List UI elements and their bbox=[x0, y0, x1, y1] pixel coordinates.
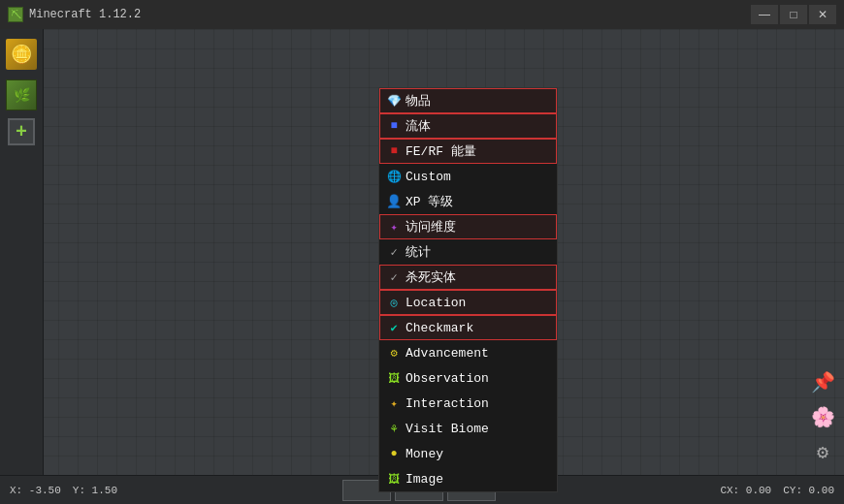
item-label-shati: 杀死实体 bbox=[406, 268, 456, 286]
item-label-advancement: Advancement bbox=[406, 346, 489, 361]
item-icon-money: ● bbox=[386, 446, 402, 461]
menu-item-interaction[interactable]: ✦ Interaction bbox=[379, 391, 557, 416]
item-icon-fangwen: ✦ bbox=[386, 219, 402, 235]
cx-coord: CX: 0.00 bbox=[720, 485, 771, 496]
item-label-observation: Observation bbox=[406, 371, 489, 386]
grass-icon: 🌿 bbox=[6, 79, 37, 110]
flower-icon[interactable]: 🌸 bbox=[809, 403, 836, 430]
window-title: Minecraft 1.12.2 bbox=[29, 8, 141, 21]
item-icon-custom: 🌐 bbox=[386, 169, 402, 184]
game-area: 🪙 🌿 + 💎 物品 ■ 流体 ■ FE/RF 能量 🌐 Custom 👤 XP… bbox=[0, 29, 844, 504]
item-icon-advancement: ⚙ bbox=[386, 345, 402, 361]
coords-left: X: -3.50 Y: 1.50 bbox=[10, 485, 117, 496]
item-label-xp: XP 等级 bbox=[406, 193, 453, 210]
minimize-button[interactable]: — bbox=[751, 5, 778, 24]
menu-item-tongji[interactable]: ✓ 统计 bbox=[379, 239, 557, 265]
item-label-fangwen: 访问维度 bbox=[406, 218, 456, 236]
left-sidebar: 🪙 🌿 + bbox=[0, 29, 44, 504]
coords-right: CX: 0.00 CY: 0.00 bbox=[720, 485, 834, 496]
item-label-liuti: 流体 bbox=[406, 117, 431, 135]
pin-icon[interactable]: 📌 bbox=[809, 368, 836, 395]
menu-item-observation[interactable]: 🖼 Observation bbox=[379, 365, 557, 391]
cy-coord: CY: 0.00 bbox=[783, 485, 834, 496]
item-icon-liuti: ■ bbox=[386, 118, 402, 134]
add-button[interactable]: + bbox=[8, 118, 35, 145]
close-button[interactable]: ✕ bbox=[809, 5, 836, 24]
item-label-tongji: 统计 bbox=[406, 243, 431, 261]
title-bar-left: ⛏ Minecraft 1.12.2 bbox=[8, 7, 141, 22]
gear-icon[interactable]: ⚙ bbox=[809, 438, 836, 465]
item-icon-visitbiome: ⚘ bbox=[386, 421, 402, 436]
item-icon-tongji: ✓ bbox=[386, 244, 402, 260]
menu-item-custom[interactable]: 🌐 Custom bbox=[379, 164, 557, 189]
menu-item-image[interactable]: 🖼 Image bbox=[379, 466, 557, 491]
dropdown-menu: 💎 物品 ■ 流体 ■ FE/RF 能量 🌐 Custom 👤 XP 等级 ✦ … bbox=[378, 87, 558, 492]
menu-item-checkmark[interactable]: ✔ Checkmark bbox=[379, 315, 557, 340]
menu-item-location[interactable]: ◎ Location bbox=[379, 290, 557, 315]
right-icons: 📌 🌸 ⚙ bbox=[809, 368, 836, 465]
menu-item-xp[interactable]: 👤 XP 等级 bbox=[379, 189, 557, 214]
menu-item-fangwen[interactable]: ✦ 访问维度 bbox=[379, 214, 557, 239]
item-icon-observation: 🖼 bbox=[386, 370, 402, 386]
item-icon-location: ◎ bbox=[386, 295, 402, 310]
green-icon-button[interactable]: 🌿 bbox=[4, 78, 39, 112]
item-label-interaction: Interaction bbox=[406, 396, 489, 411]
item-icon-image: 🖼 bbox=[386, 471, 402, 487]
menu-item-shati[interactable]: ✓ 杀死实体 bbox=[379, 265, 557, 290]
item-label-checkmark: Checkmark bbox=[406, 321, 473, 335]
title-bar: ⛏ Minecraft 1.12.2 — □ ✕ bbox=[0, 0, 844, 29]
item-label-ferf: FE/RF 能量 bbox=[406, 142, 476, 160]
menu-item-money[interactable]: ● Money bbox=[379, 441, 557, 466]
item-icon-xp: 👤 bbox=[386, 194, 402, 209]
item-label-image: Image bbox=[406, 472, 443, 487]
item-icon-ferf: ■ bbox=[386, 143, 402, 159]
title-bar-controls: — □ ✕ bbox=[751, 5, 836, 24]
item-label-money: Money bbox=[406, 447, 443, 461]
item-label-custom: Custom bbox=[406, 170, 451, 184]
item-label-location: Location bbox=[406, 296, 466, 310]
menu-item-advancement[interactable]: ⚙ Advancement bbox=[379, 340, 557, 365]
menu-item-wupin[interactable]: 💎 物品 bbox=[379, 88, 557, 113]
menu-item-liuti[interactable]: ■ 流体 bbox=[379, 113, 557, 139]
item-icon-interaction: ✦ bbox=[386, 395, 402, 411]
item-label-wupin: 物品 bbox=[406, 92, 431, 110]
item-label-visitbiome: Visit Biome bbox=[406, 422, 489, 436]
menu-item-visitbiome[interactable]: ⚘ Visit Biome bbox=[379, 416, 557, 441]
menu-item-ferf[interactable]: ■ FE/RF 能量 bbox=[379, 139, 557, 164]
item-icon-shati: ✓ bbox=[386, 269, 402, 285]
y-coord: Y: 1.50 bbox=[73, 485, 117, 496]
x-coord: X: -3.50 bbox=[10, 485, 61, 496]
coin-icon: 🪙 bbox=[6, 39, 37, 70]
app-icon: ⛏ bbox=[8, 7, 23, 22]
coin-icon-button[interactable]: 🪙 bbox=[4, 37, 39, 72]
item-icon-wupin: 💎 bbox=[386, 93, 402, 109]
maximize-button[interactable]: □ bbox=[780, 5, 807, 24]
item-icon-checkmark: ✔ bbox=[386, 320, 402, 335]
